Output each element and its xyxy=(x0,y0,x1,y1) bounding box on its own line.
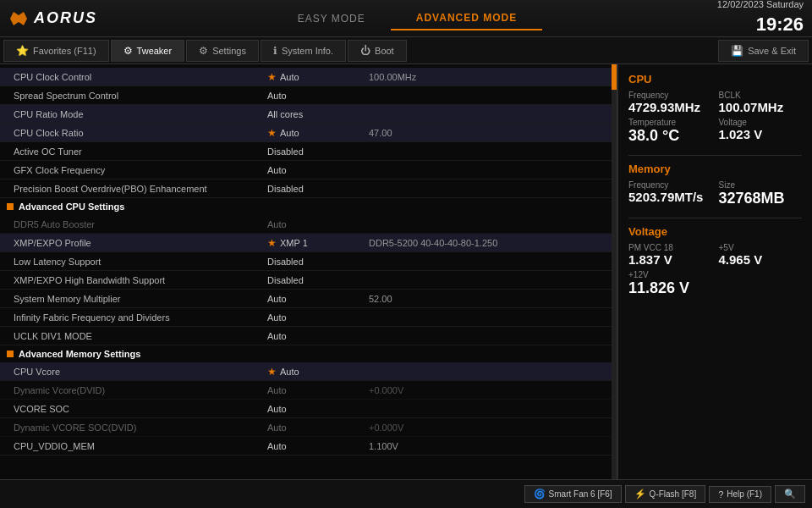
tab-sysinfo[interactable]: ℹ System Info. xyxy=(261,40,346,62)
logo: AORUS xyxy=(8,8,97,29)
row-extra: DDR5-5200 40-40-40-80-1.250 xyxy=(369,238,610,248)
row-extra: +0.000V xyxy=(369,422,610,433)
cpu-bclk-label: BCLK xyxy=(719,91,803,100)
row-extra: +0.000V xyxy=(369,385,610,395)
row-infinity-fabric[interactable]: Infinity Fabric Frequency and Dividers A… xyxy=(0,308,617,327)
mem-freq-value: 5203.79MT/s xyxy=(628,190,712,204)
cpu-info-grid: Frequency 4729.93MHz BCLK 100.07MHz Temp… xyxy=(628,91,802,145)
memory-info-title: Memory xyxy=(628,163,802,175)
right-panel: CPU Frequency 4729.93MHz BCLK 100.07MHz … xyxy=(617,64,812,479)
easy-mode-tab[interactable]: EASY MODE xyxy=(272,8,391,30)
row-name: Dynamic Vcore(DVID) xyxy=(14,385,267,395)
tab-tweaker[interactable]: ⚙ Tweaker xyxy=(111,40,185,62)
row-active-oc[interactable]: Active OC Tuner Disabled xyxy=(0,142,617,161)
row-name: CPU Clock Ratio xyxy=(14,128,267,138)
tab-favorites[interactable]: ⭐ Favorites (F11) xyxy=(3,40,109,62)
section-cpu: Advanced CPU Settings xyxy=(0,198,617,215)
star-icon: ★ xyxy=(267,127,277,139)
tab-tweaker-label: Tweaker xyxy=(137,46,173,56)
row-xmp-expo[interactable]: XMP/EXPO Profile ★ XMP 1 DDR5-5200 40-40… xyxy=(0,234,617,252)
mem-size-group: Size 32768MB xyxy=(719,180,803,207)
search-button[interactable]: 🔍 xyxy=(775,485,805,503)
favorites-icon: ⭐ xyxy=(16,45,29,57)
memory-info-section: Memory Frequency 5203.79MT/s Size 32768M… xyxy=(628,163,802,207)
row-name: GFX Clock Frequency xyxy=(14,165,267,175)
pmvcc18-value: 1.837 V xyxy=(628,252,712,267)
row-name: Spread Spectrum Control xyxy=(14,91,267,101)
row-extra: 47.00 xyxy=(369,128,610,138)
row-cpu-clock-control[interactable]: CPU Clock Control ★ Auto 100.00MHz xyxy=(0,68,617,86)
search-icon: 🔍 xyxy=(784,489,796,500)
row-pbo[interactable]: Precision Boost Overdrive(PBO) Enhanceme… xyxy=(0,179,617,198)
left-panel: CPU Clock Control ★ Auto 100.00MHz Sprea… xyxy=(0,64,617,479)
mem-freq-label: Frequency xyxy=(628,180,712,190)
row-name: Low Latency Support xyxy=(14,257,267,267)
cpu-temp-group: Temperature 38.0 °C xyxy=(628,118,712,145)
cpu-temp-value: 38.0 °C xyxy=(628,127,712,145)
row-dynamic-vcore[interactable]: Dynamic Vcore(DVID) Auto +0.000V xyxy=(0,381,617,400)
row-value: ★ XMP 1 xyxy=(267,237,369,249)
tab-saveexit[interactable]: 💾 Save & Exit xyxy=(718,40,809,62)
tweaker-icon: ⚙ xyxy=(123,45,133,57)
row-value: Auto xyxy=(267,91,369,101)
advanced-mode-tab[interactable]: ADVANCED MODE xyxy=(391,7,542,30)
row-cpu-vddio[interactable]: CPU_VDDIO_MEM Auto 1.100V xyxy=(0,437,617,456)
logo-text: AORUS xyxy=(34,9,97,27)
cpu-volt-value: 1.023 V xyxy=(719,127,803,141)
row-uclk[interactable]: UCLK DIV1 MODE Auto xyxy=(0,327,617,345)
scrollbar[interactable] xyxy=(612,64,617,479)
plus5v-label: +5V xyxy=(719,243,803,252)
mem-size-value: 32768MB xyxy=(719,190,803,207)
datetime: 12/02/2023 Saturday 19:26 xyxy=(717,0,804,38)
star-icon: ★ xyxy=(267,71,277,83)
row-low-latency[interactable]: Low Latency Support Disabled xyxy=(0,252,617,271)
row-name: XMP/EXPO Profile xyxy=(14,238,267,248)
row-xmp-bandwidth[interactable]: XMP/EXPO High Bandwidth Support Disabled xyxy=(0,271,617,290)
qflash-button[interactable]: ⚡ Q-Flash [F8] xyxy=(625,485,706,503)
cpu-freq-label: Frequency xyxy=(628,91,712,100)
row-gfx-clock[interactable]: GFX Clock Frequency Auto xyxy=(0,161,617,179)
row-spread-spectrum[interactable]: Spread Spectrum Control Auto xyxy=(0,86,617,105)
pmvcc18-label: PM VCC 18 xyxy=(628,243,712,252)
plus12v-label: +12V xyxy=(628,270,802,279)
cpu-bclk-group: BCLK 100.07MHz xyxy=(719,91,803,114)
row-value: All cores xyxy=(267,109,369,119)
help-button[interactable]: ? Help (F1) xyxy=(709,486,771,503)
divider1 xyxy=(628,155,802,156)
nav-tabs: ⭐ Favorites (F11) ⚙ Tweaker ⚙ Settings ℹ… xyxy=(0,37,812,64)
cpu-temp-label: Temperature xyxy=(628,118,712,127)
row-cpu-vcore[interactable]: CPU Vcore ★ Auto xyxy=(0,362,617,381)
tab-sysinfo-label: System Info. xyxy=(282,46,333,56)
star-icon: ★ xyxy=(267,237,277,249)
row-name: Infinity Fabric Frequency and Dividers xyxy=(14,312,267,323)
tab-boot[interactable]: ⏻ Boot xyxy=(348,40,407,62)
tab-saveexit-label: Save & Exit xyxy=(748,46,796,56)
help-icon: ? xyxy=(718,489,723,500)
voltage-info-title: Voltage xyxy=(628,225,802,238)
tab-settings-label: Settings xyxy=(212,46,246,56)
scrollbar-thumb xyxy=(612,64,617,90)
row-value: Disabled xyxy=(267,184,369,194)
row-name: XMP/EXPO High Bandwidth Support xyxy=(14,275,267,285)
row-extra: 100.00MHz xyxy=(369,72,610,82)
header: AORUS EASY MODE ADVANCED MODE 12/02/2023… xyxy=(0,0,812,37)
row-name: CPU Ratio Mode xyxy=(14,109,267,119)
cpu-info-title: CPU xyxy=(628,73,802,86)
row-ddr5-booster[interactable]: DDR5 Auto Booster Auto xyxy=(0,215,617,234)
row-value: ★ Auto xyxy=(267,127,369,139)
row-value: Disabled xyxy=(267,257,369,267)
row-vcore-soc[interactable]: VCORE SOC Auto xyxy=(0,400,617,418)
plus5v-group: +5V 4.965 V xyxy=(719,243,803,267)
divider2 xyxy=(628,218,802,218)
row-cpu-ratio-mode[interactable]: CPU Ratio Mode All cores xyxy=(0,105,617,124)
row-sys-mem-mult[interactable]: System Memory Multiplier Auto 52.00 xyxy=(0,290,617,308)
row-name: Dynamic VCORE SOC(DVID) xyxy=(14,422,267,433)
row-name: CPU_VDDIO_MEM xyxy=(14,441,267,451)
row-cpu-clock-ratio[interactable]: CPU Clock Ratio ★ Auto 47.00 xyxy=(0,124,617,142)
row-dynamic-vcore-soc[interactable]: Dynamic VCORE SOC(DVID) Auto +0.000V xyxy=(0,418,617,437)
voltage-info-grid: PM VCC 18 1.837 V +5V 4.965 V +12V 11.82… xyxy=(628,243,802,297)
row-name: CPU Clock Control xyxy=(14,72,267,82)
smartfan-button[interactable]: 🌀 Smart Fan 6 [F6] xyxy=(524,485,622,503)
cpu-freq-group: Frequency 4729.93MHz xyxy=(628,91,712,114)
tab-settings[interactable]: ⚙ Settings xyxy=(186,40,259,62)
